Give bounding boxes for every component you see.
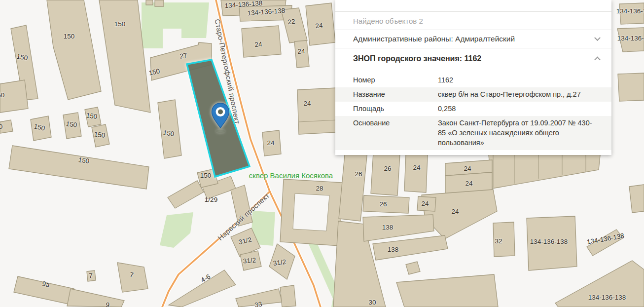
building-label: 134-136-138: [616, 7, 644, 15]
building: [146, 0, 153, 5]
building: [297, 88, 337, 134]
building-label: 24: [451, 208, 459, 215]
row-value: 0,258: [438, 104, 600, 114]
building-label: 24: [464, 165, 471, 172]
row-label: Номер: [353, 75, 438, 85]
building-label: 134-136-138: [530, 238, 568, 245]
section-title: ЗНОП городского значения: 1162: [353, 54, 481, 63]
building-label: 24: [254, 40, 263, 48]
row-label: Основание: [353, 118, 438, 148]
building-label: 26: [379, 200, 387, 208]
building: [363, 215, 434, 241]
chevron-down-icon[interactable]: [594, 35, 601, 41]
building-label: 24: [297, 47, 305, 55]
building: [47, 0, 101, 100]
found-count-row: Найдено объектов 2: [335, 12, 611, 30]
chevron-up-icon[interactable]: [594, 56, 601, 63]
building: [422, 190, 497, 239]
building: [168, 181, 204, 208]
building-label: 150: [200, 172, 212, 179]
building-label: 150: [64, 33, 75, 40]
row-value: 1162: [438, 75, 600, 85]
building-label: 24: [465, 180, 472, 187]
building: [618, 73, 644, 101]
building-label: 24: [267, 139, 274, 147]
building: [280, 285, 296, 307]
building-label: 26: [384, 165, 391, 172]
building-label: 150: [0, 123, 2, 130]
building-label: 138: [388, 246, 399, 253]
park-area: [160, 212, 193, 248]
building-label: 1/29: [205, 196, 217, 203]
map-viewport[interactable]: 1501501501501502715015015015015015015015…: [0, 0, 644, 307]
building-label: 7: [89, 272, 93, 279]
building-label: 28: [316, 185, 323, 192]
table-row: Номер 1162: [335, 73, 611, 87]
location-pin-icon[interactable]: [209, 102, 232, 134]
building-label: 150: [78, 156, 90, 165]
building: [406, 262, 420, 274]
building-label: 134-136-138: [617, 35, 644, 42]
building: [67, 289, 124, 307]
table-row: Название сквер б/н на Старо-Петергофском…: [335, 87, 611, 102]
section-admin-districts[interactable]: Административные районы: Адмиралтейский: [335, 30, 611, 48]
building-label: 24: [413, 164, 420, 171]
building-label: 30: [368, 299, 376, 306]
building: [373, 235, 448, 260]
building-label: 150: [163, 129, 175, 138]
building-label: 138: [382, 224, 394, 231]
building-label: 150: [66, 120, 77, 129]
table-row: Площадь 0,258: [335, 102, 611, 116]
building-label: 150: [86, 112, 98, 120]
details-table: Номер 1162 Название сквер б/н на Старо-П…: [335, 69, 611, 155]
row-label: Площадь: [353, 104, 438, 114]
building: [629, 185, 644, 213]
park-area: [142, 2, 209, 48]
section-title: Административные районы: Адмиралтейский: [353, 35, 515, 43]
results-panel: Найдено объектов 2 Административные райо…: [335, 0, 611, 155]
building: [9, 146, 149, 189]
building-label: 150: [0, 91, 4, 99]
building-label: 24: [303, 100, 311, 107]
panel-top-spacer: [335, 0, 611, 12]
section-znop[interactable]: ЗНОП городского значения: 1162: [335, 48, 611, 69]
building-label: 27: [179, 51, 187, 60]
found-count-text: Найдено объектов 2: [353, 17, 423, 25]
building-label: 150: [94, 130, 106, 139]
building: [158, 100, 181, 158]
building-label: 22: [287, 18, 296, 26]
building-label: 26: [355, 170, 362, 178]
row-value: сквер б/н на Старо-Петергофском пр., д.2…: [438, 89, 600, 99]
building-label: 24: [421, 200, 429, 207]
building-label: 33: [254, 300, 263, 307]
building-label: 32: [495, 237, 502, 245]
building: [396, 274, 498, 307]
building-courtyard: [293, 193, 329, 231]
table-row: Основание Закон Санкт-Петербурга от 19.0…: [335, 116, 611, 150]
row-label: Название: [353, 89, 438, 99]
building-label: 9: [105, 301, 110, 307]
building-label: 31/2: [243, 256, 256, 265]
row-value: Закон Санкт-Петербурга от 19.09.2007 № 4…: [438, 118, 600, 148]
building: [155, 0, 164, 6]
building-label: 150: [114, 20, 126, 28]
park-label: сквер Василия Косякова: [249, 171, 333, 180]
building-label: 24: [315, 22, 323, 30]
building-label: 134-136-138: [588, 294, 626, 301]
